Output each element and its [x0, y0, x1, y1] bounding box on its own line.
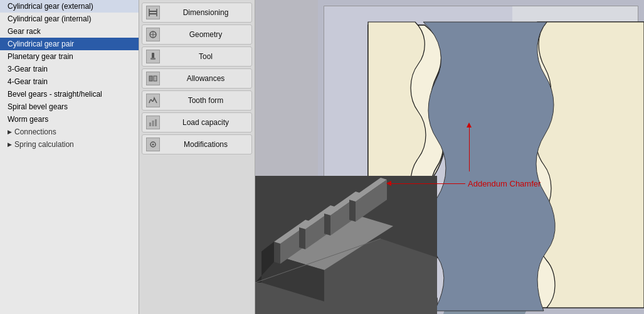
geometry-icon [146, 28, 160, 41]
svg-rect-1 [149, 13, 157, 14]
sidebar-item-bevel[interactable]: Bevel gears - straight/helical [0, 88, 139, 100]
tooth-form-button[interactable]: Tooth form [142, 90, 252, 111]
sidebar-item-gear-rack[interactable]: Gear rack [0, 25, 139, 38]
svg-rect-11 [149, 122, 151, 126]
load-capacity-icon [146, 116, 160, 129]
sidebar-group-connections[interactable]: ▶ Connections [0, 126, 139, 138]
addendum-arrow-up [467, 122, 472, 171]
svg-rect-12 [152, 121, 154, 126]
svg-marker-25 [274, 242, 280, 264]
svg-rect-0 [149, 11, 157, 12]
svg-rect-8 [150, 58, 156, 60]
dimensioning-icon [146, 6, 160, 19]
sidebar-item-cylindrical-pair[interactable]: Cylindrical gear pair [0, 38, 139, 50]
tool-button[interactable]: Tool [142, 46, 252, 67]
sidebar-item-worm[interactable]: Worm gears [0, 113, 139, 126]
main-visualization: Addendum Chamfer [255, 0, 644, 314]
sidebar-item-cylindrical-internal[interactable]: Cylindrical gear (internal) [0, 13, 139, 25]
gear-3d-view [255, 176, 437, 314]
sidebar-item-4gear[interactable]: 4-Gear train [0, 75, 139, 88]
svg-marker-28 [299, 227, 305, 249]
svg-marker-34 [349, 200, 356, 222]
allowances-icon [146, 72, 160, 85]
sidebar-item-planetary[interactable]: Planetary gear train [0, 50, 139, 63]
svg-rect-9 [149, 76, 152, 81]
load-capacity-button[interactable]: Load capacity [142, 112, 252, 133]
sidebar-item-3gear[interactable]: 3-Gear train [0, 63, 139, 75]
arrow-icon: ▶ [8, 129, 12, 135]
tooth-form-icon [146, 94, 160, 107]
allowances-button[interactable]: Allowances [142, 68, 252, 89]
sidebar-group-spring[interactable]: ▶ Spring calculation [0, 138, 139, 151]
svg-point-15 [152, 144, 154, 146]
menu-panel: Dimensioning Geometry Tool Allowanc [139, 0, 255, 314]
modifications-icon [146, 138, 160, 151]
sidebar-item-cylindrical-external[interactable]: Cylindrical gear (external) [0, 0, 139, 13]
geometry-button[interactable]: Geometry [142, 24, 252, 45]
svg-rect-13 [155, 119, 157, 126]
dimensioning-button[interactable]: Dimensioning [142, 3, 252, 23]
svg-marker-31 [324, 214, 330, 236]
sidebar: Cylindrical gear (external) Cylindrical … [0, 0, 139, 314]
tool-icon [146, 50, 160, 63]
svg-rect-10 [154, 76, 157, 81]
arrow-head-up [467, 122, 472, 127]
arrow-icon: ▶ [8, 141, 12, 148]
arrow-line-up [469, 127, 470, 171]
modifications-button[interactable]: Modifications [142, 134, 252, 154]
sidebar-item-spiral[interactable]: Spiral bevel gears [0, 100, 139, 113]
